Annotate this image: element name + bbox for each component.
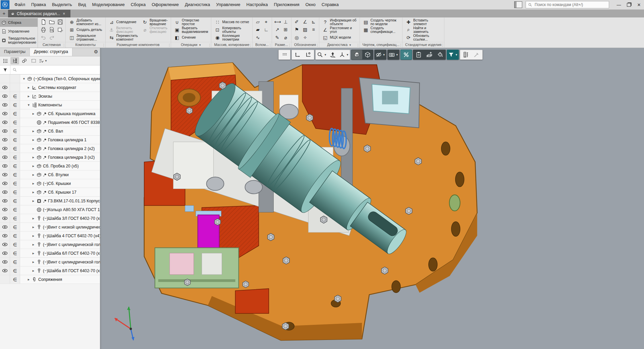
- ribbon-nav-item[interactable]: Управление: [0, 27, 38, 36]
- tree-by-creation-button[interactable]: [1, 57, 10, 64]
- update-links-button[interactable]: ⟳Обновить ссылки...: [404, 34, 431, 41]
- tree-visibility-cell[interactable]: [0, 162, 10, 170]
- tree-row[interactable]: ∈►Сб. Вал: [0, 127, 100, 136]
- note-button[interactable]: ✎: [273, 34, 281, 41]
- menu-item[interactable]: Файл: [11, 0, 28, 9]
- spline-curve-button[interactable]: ∿: [254, 34, 262, 41]
- shaded-view-button[interactable]: [352, 50, 362, 59]
- tree-row[interactable]: ►Системы координат: [0, 83, 100, 92]
- tree-visibility-cell[interactable]: [0, 144, 10, 153]
- tree-clip-cell[interactable]: ∈: [10, 127, 20, 135]
- rotation-rotation-mate-button[interactable]: ↻Вращение- вращение: [140, 18, 169, 26]
- grid-array-button[interactable]: ∷Массив по сетке: [213, 18, 251, 26]
- tree-visibility-cell[interactable]: [0, 127, 10, 135]
- expander-icon[interactable]: ►: [32, 252, 35, 255]
- measure-button[interactable]: [461, 50, 471, 59]
- star-mark-button[interactable]: ✧: [301, 34, 309, 41]
- tree-row[interactable]: ∈►(−)Шайба 4 ГОСТ 6402-70 (x4): [0, 232, 100, 240]
- tree-clip-cell[interactable]: ∈: [10, 179, 20, 188]
- tree-visibility-cell[interactable]: [0, 258, 10, 266]
- ribbon-section-label[interactable]: Компоненты: [66, 42, 105, 48]
- tree-clip-cell[interactable]: ∈: [10, 205, 20, 214]
- tree-row[interactable]: ∈►Сб. Крышки 17: [0, 188, 100, 197]
- cut-extrude-button[interactable]: ▣Вырезать выдавливанием: [172, 26, 210, 34]
- tree-clip-cell[interactable]: ∈: [10, 101, 20, 109]
- hide-objects-button[interactable]: ▼: [375, 50, 386, 59]
- equality-mark-button[interactable]: ≡: [310, 26, 318, 33]
- create-drawing-button[interactable]: ▤Создать чертеж по модели: [361, 18, 398, 26]
- expander-icon[interactable]: ►: [32, 199, 35, 203]
- tree-visibility-cell[interactable]: [0, 92, 10, 100]
- expander-icon[interactable]: ►: [32, 243, 35, 246]
- tree-row[interactable]: ∈►(−)Шайба 8Л ГОСТ 6402-70 (x20): [0, 266, 100, 275]
- gear-icon[interactable]: ⚙: [92, 48, 100, 56]
- menu-item[interactable]: Диагностика: [182, 0, 213, 9]
- diameter-dimension-button[interactable]: ⌀: [282, 34, 290, 41]
- clip-view-button[interactable]: ▼: [388, 50, 399, 59]
- expander-icon[interactable]: ►: [32, 173, 35, 177]
- menu-item[interactable]: Вид: [75, 0, 89, 9]
- save-as-button[interactable]: [56, 26, 64, 33]
- tree-row[interactable]: ∈►Сб. Втулки: [0, 170, 100, 179]
- tree-row[interactable]: ∈►Сб. Крышка подшипника: [0, 109, 100, 118]
- tree-row[interactable]: ∈►(−)Шайба 3Л ГОСТ 6402-70 (x4): [0, 214, 100, 223]
- expander-icon[interactable]: ►: [32, 191, 35, 194]
- ribbon-nav-item[interactable]: Твердотельное моделирование: [0, 36, 38, 45]
- leader-button[interactable]: ↗: [273, 26, 281, 33]
- menu-item[interactable]: Управление: [213, 0, 243, 9]
- ribbon-section-label[interactable]: Разме...: [272, 42, 291, 48]
- relations-button[interactable]: [20, 57, 29, 64]
- tree-row[interactable]: ∈►ГЗ.ВКМ.17-01.01.15 Корпус 15: [0, 197, 100, 205]
- geometry-collection-button[interactable]: ◉Коллекция геометрии: [213, 34, 251, 41]
- command-search[interactable]: [526, 1, 609, 8]
- menu-item[interactable]: Моделирование: [89, 0, 127, 9]
- tree-visibility-cell[interactable]: [0, 197, 10, 205]
- ribbon-section-label[interactable]: Системная: [38, 42, 65, 48]
- tab-close-icon[interactable]: ×: [62, 11, 66, 16]
- app-logo[interactable]: Ⓚ: [1, 0, 9, 9]
- tree-row[interactable]: ∈►(−)Винт с низкой цилиндрическо: [0, 223, 100, 232]
- panel-tab-tree[interactable]: Дерево: структура: [30, 48, 72, 56]
- tree-visibility-cell[interactable]: [0, 170, 10, 179]
- command-search-input[interactable]: [534, 2, 607, 7]
- expander-icon[interactable]: ►: [32, 164, 35, 168]
- new-document-button[interactable]: [39, 18, 47, 26]
- section-operation-button[interactable]: ◧Сечение: [172, 34, 210, 41]
- ribbon-section-label[interactable]: Размещение компонентов: [106, 42, 171, 48]
- section-display-button[interactable]: [401, 50, 412, 59]
- right-angle-mark-button[interactable]: ⊾: [310, 18, 318, 26]
- object-info-button[interactable]: ?Информация об объекте: [321, 18, 358, 26]
- open-document-button[interactable]: [48, 18, 56, 26]
- tree-clip-cell[interactable]: ∈: [10, 258, 20, 266]
- ribbon-section-label[interactable]: Операции▼: [171, 42, 211, 48]
- expander-icon[interactable]: ►: [32, 260, 35, 264]
- tree-row[interactable]: ∈►(−)Винт с цилиндрической голов: [0, 258, 100, 266]
- ribbon-section-label[interactable]: Диагностика▼: [319, 42, 360, 48]
- tree-clip-cell[interactable]: ∈: [10, 275, 20, 284]
- filter-objects-button[interactable]: ▼: [447, 50, 459, 59]
- tree-visibility-cell[interactable]: [0, 109, 10, 118]
- menu-item[interactable]: Правка: [28, 0, 49, 9]
- hatch-mark-button[interactable]: ▨: [301, 26, 309, 33]
- mass-properties-button[interactable]: ◱МЦХ модели: [321, 34, 358, 41]
- ribbon-section-label[interactable]: Обозначения: [291, 42, 319, 48]
- tree-clip-cell[interactable]: ∈: [10, 136, 20, 144]
- tree-row[interactable]: ∈►Сопряжения: [0, 275, 100, 284]
- zoom-tools-button[interactable]: ▼: [316, 50, 327, 59]
- expander-icon[interactable]: ►: [32, 234, 35, 238]
- appearance-button[interactable]: [435, 50, 445, 59]
- tree-visibility-cell[interactable]: [0, 83, 10, 92]
- tree-row[interactable]: ▼(−)Сборка (Тел-0, Сборочных единиц: [0, 74, 100, 83]
- find-replace-button[interactable]: ⌕Найти и заменить: [404, 26, 431, 34]
- drag-handle-button[interactable]: [279, 50, 290, 59]
- new-tab-button[interactable]: +: [0, 10, 8, 17]
- tree-visibility-cell[interactable]: [0, 118, 10, 127]
- select-area-button[interactable]: [29, 57, 38, 64]
- tree-row[interactable]: ∈►(−)Сб. Крышки: [0, 179, 100, 188]
- wireframe-view-button[interactable]: [362, 50, 373, 59]
- control-point-button[interactable]: ⌖: [262, 18, 270, 26]
- tree-clip-cell[interactable]: ∈: [10, 144, 20, 153]
- expander-icon[interactable]: ►: [27, 95, 31, 98]
- tree-clip-cell[interactable]: ∈: [10, 266, 20, 275]
- save-document-button[interactable]: [56, 18, 64, 26]
